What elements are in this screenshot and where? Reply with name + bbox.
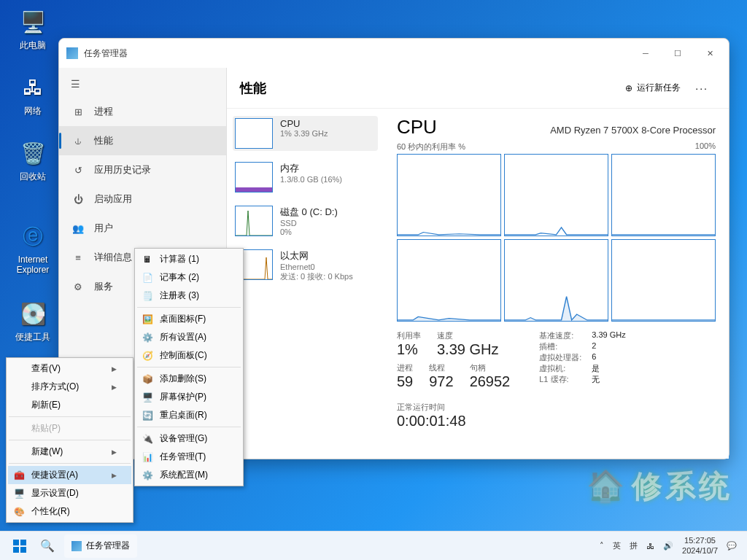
cpu-detail-grid: 基准速度:3.39 GHz 插槽:2 虚拟处理器:6 虚拟机:是 L1 缓存:无 (539, 330, 625, 429)
search-button[interactable]: 🔍 (34, 533, 61, 559)
menu-item-icon: 📊 (141, 452, 154, 462)
uptime-label: 正常运行时间 (397, 402, 510, 413)
desktop-icon-this-pc[interactable]: 🖥️此电脑 (7, 7, 58, 52)
perf-subtitle: 1% 3.39 GHz (280, 129, 328, 138)
stat-label: 线程 (429, 362, 453, 373)
performance-detail: CPU AMD Ryzen 7 5700X 8-Core Processor 6… (384, 109, 729, 459)
menu-item[interactable]: 🧰便捷设置(A)▶ (8, 466, 131, 484)
computer-icon: 🖥️ (18, 7, 47, 36)
start-button[interactable] (6, 533, 34, 559)
menu-item-icon: 🔄 (141, 411, 154, 421)
hamburger-icon[interactable]: ☰ (59, 71, 226, 97)
users-icon: 👥 (71, 223, 85, 234)
nav-users[interactable]: 👥用户 (59, 214, 226, 243)
svg-marker-1 (505, 297, 608, 321)
stat-label: 利用率 (397, 330, 421, 341)
cpu-graph (611, 239, 716, 322)
perf-item-ethernet[interactable]: 以太网Ethernet0发送: 0 接收: 0 Kbps (233, 247, 378, 284)
nav-history[interactable]: ↺应用历史记录 (59, 155, 226, 184)
menu-item-label: 新建(W) (31, 446, 63, 458)
perf-title: 磁盘 0 (C: D:) (280, 206, 338, 219)
menu-item[interactable]: 新建(W)▶ (8, 443, 131, 461)
tray-chevron-icon[interactable]: ˄ (595, 541, 608, 551)
nav-processes[interactable]: ⊞进程 (59, 97, 226, 126)
ime-lang[interactable]: 英 (608, 540, 625, 551)
detail-key: L1 缓存: (539, 374, 592, 385)
desktop-icon-ie[interactable]: ⓔInternet Explorer (7, 222, 58, 275)
desktop-icon-label: 网络 (7, 105, 58, 117)
run-new-task-button[interactable]: ⊕运行新任务 (618, 77, 688, 98)
volume-tray-icon[interactable]: 🔊 (659, 541, 678, 551)
gauge-icon: ⏻ (71, 194, 85, 205)
menu-item[interactable]: 📦添加删除(S) (136, 370, 241, 388)
menu-item[interactable]: 查看(V)▶ (8, 359, 131, 378)
watermark: 🏠修系统 (587, 466, 732, 509)
stat-value: 26952 (470, 373, 511, 390)
ie-icon: ⓔ (18, 222, 47, 252)
menu-item[interactable]: 🎨个性化(R) (8, 502, 131, 521)
menu-item-label: 添加删除(S) (160, 373, 206, 385)
maximize-button[interactable]: ☐ (662, 42, 694, 64)
desktop-icon-label: 回收站 (7, 171, 58, 183)
perf-item-memory[interactable]: 内存1.3/8.0 GB (16%) (233, 160, 378, 195)
menu-item[interactable]: 粘贴(P) (8, 419, 131, 438)
close-button[interactable]: ✕ (694, 42, 726, 64)
menu-item[interactable]: 🔌设备管理(G) (136, 429, 241, 448)
menu-item[interactable]: 🖥️显示设置(D) (8, 484, 131, 502)
menu-item[interactable]: 排序方式(O)▶ (8, 378, 131, 396)
notifications-tray-icon[interactable]: 💬 (722, 541, 741, 551)
menu-item[interactable]: ⚙️系统配置(M) (136, 466, 241, 484)
menu-item[interactable]: 刷新(E) (8, 396, 131, 414)
menu-item-label: 屏幕保护(P) (160, 391, 206, 403)
detail-value: 6 (592, 352, 596, 363)
menu-item[interactable]: 📊任务管理(T) (136, 448, 241, 466)
ime-mode[interactable]: 拼 (625, 540, 642, 551)
network-tray-icon[interactable]: 🖧 (642, 542, 659, 551)
perf-item-disk[interactable]: 磁盘 0 (C: D:)SSD0% (233, 203, 378, 238)
clock-time: 15:27:05 (682, 536, 718, 545)
nav-label: 进程 (94, 105, 113, 118)
svg-rect-5 (20, 547, 26, 553)
taskbar-clock[interactable]: 15:27:052024/10/7 (678, 536, 722, 555)
menu-item-icon: ⚙️ (141, 470, 154, 481)
menu-item[interactable]: 🗒️注册表 (3) (136, 287, 241, 305)
menu-item[interactable]: 🖥️屏幕保护(P) (136, 388, 241, 406)
nav-label: 服务 (94, 280, 113, 293)
button-label: 运行新任务 (637, 82, 681, 94)
menu-item-label: 粘贴(P) (31, 422, 61, 435)
menu-item[interactable]: 🖼️桌面图标(F) (136, 310, 241, 328)
menu-item[interactable]: ⚙️所有设置(A) (136, 328, 241, 346)
nav-label: 用户 (94, 222, 113, 235)
chevron-right-icon: ▶ (112, 448, 117, 456)
more-button[interactable]: ··· (688, 78, 716, 98)
titlebar[interactable]: 任务管理器 ─ ☐ ✕ (59, 39, 729, 68)
nav-startup[interactable]: ⏻启动应用 (59, 184, 226, 214)
menu-item-icon: 🖥️ (141, 392, 154, 402)
menu-item-label: 刷新(E) (31, 399, 61, 411)
menu-item[interactable]: 🧭控制面板(C) (136, 346, 241, 365)
menu-item-label: 便捷设置(A) (31, 469, 78, 481)
menu-item[interactable]: 📄记事本 (2) (136, 268, 241, 287)
desktop-icon-tools[interactable]: 💽便捷工具 (7, 299, 58, 343)
nav-performance[interactable]: ⫝性能 (59, 126, 226, 155)
cpu-graph (397, 239, 501, 322)
desktop-icon-network[interactable]: 🖧网络 (7, 73, 58, 117)
taskbar: 🔍 任务管理器 ˄ 英 拼 🖧 🔊 15:27:052024/10/7 💬 (0, 531, 747, 560)
desktop-icon-label: 便捷工具 (7, 331, 58, 343)
menu-item[interactable]: 🔄重启桌面(R) (136, 406, 241, 424)
menu-item-icon: 🔌 (141, 434, 154, 444)
detail-value: 2 (592, 341, 596, 352)
taskbar-app-task-manager[interactable]: 任务管理器 (64, 534, 137, 558)
detail-value: 是 (592, 363, 600, 374)
menu-item-icon: ⚙️ (141, 332, 154, 343)
chevron-right-icon: ▶ (112, 472, 117, 479)
uptime-value: 0:00:01:48 (397, 413, 510, 429)
menu-item-label: 记事本 (2) (160, 271, 199, 284)
minimize-button[interactable]: ─ (630, 42, 662, 64)
history-icon: ↺ (71, 165, 85, 176)
perf-item-cpu[interactable]: CPU1% 3.39 GHz (233, 116, 378, 151)
page-title: 性能 (240, 79, 618, 97)
menu-item-label: 计算器 (1) (160, 253, 199, 265)
desktop-icon-recycle-bin[interactable]: 🗑️回收站 (7, 139, 58, 183)
menu-item[interactable]: 🖩计算器 (1) (136, 250, 241, 268)
